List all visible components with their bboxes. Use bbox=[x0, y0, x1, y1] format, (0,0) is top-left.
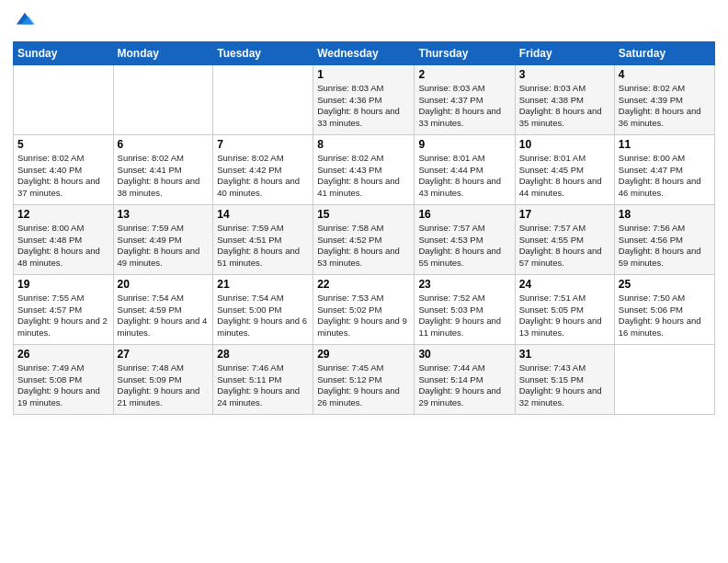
day-info: Sunrise: 7:57 AM Sunset: 4:55 PM Dayligh… bbox=[519, 223, 610, 270]
day-info: Sunrise: 7:54 AM Sunset: 4:59 PM Dayligh… bbox=[118, 293, 210, 339]
day-cell: 26Sunrise: 7:49 AM Sunset: 5:08 PM Dayli… bbox=[14, 344, 114, 414]
weekday-wednesday: Wednesday bbox=[313, 41, 415, 64]
day-info: Sunrise: 8:01 AM Sunset: 4:44 PM Dayligh… bbox=[418, 153, 510, 200]
day-cell: 25Sunrise: 7:50 AM Sunset: 5:06 PM Dayli… bbox=[614, 274, 714, 344]
day-info: Sunrise: 8:00 AM Sunset: 4:47 PM Dayligh… bbox=[619, 153, 711, 200]
day-number: 16 bbox=[418, 208, 510, 221]
calendar-header: SundayMondayTuesdayWednesdayThursdayFrid… bbox=[14, 41, 715, 64]
day-info: Sunrise: 7:55 AM Sunset: 4:57 PM Dayligh… bbox=[17, 293, 109, 339]
day-number: 21 bbox=[217, 278, 309, 291]
day-info: Sunrise: 7:46 AM Sunset: 5:11 PM Dayligh… bbox=[217, 362, 309, 409]
weekday-header-row: SundayMondayTuesdayWednesdayThursdayFrid… bbox=[14, 41, 715, 64]
day-info: Sunrise: 7:43 AM Sunset: 5:15 PM Dayligh… bbox=[519, 362, 610, 409]
day-number: 22 bbox=[317, 278, 410, 291]
day-number: 13 bbox=[118, 208, 210, 221]
day-cell: 30Sunrise: 7:44 AM Sunset: 5:14 PM Dayli… bbox=[415, 344, 515, 414]
day-info: Sunrise: 7:53 AM Sunset: 5:02 PM Dayligh… bbox=[317, 293, 410, 339]
day-cell: 29Sunrise: 7:45 AM Sunset: 5:12 PM Dayli… bbox=[313, 344, 415, 414]
day-number: 25 bbox=[619, 278, 711, 291]
day-cell: 1Sunrise: 8:03 AM Sunset: 4:36 PM Daylig… bbox=[313, 64, 415, 134]
day-number: 31 bbox=[519, 348, 610, 361]
day-number: 17 bbox=[519, 208, 610, 221]
day-info: Sunrise: 7:58 AM Sunset: 4:52 PM Dayligh… bbox=[317, 223, 410, 270]
day-number: 18 bbox=[619, 208, 711, 221]
day-number: 6 bbox=[118, 138, 210, 151]
day-info: Sunrise: 7:49 AM Sunset: 5:08 PM Dayligh… bbox=[17, 362, 109, 409]
day-cell: 27Sunrise: 7:48 AM Sunset: 5:09 PM Dayli… bbox=[113, 344, 213, 414]
day-number: 9 bbox=[418, 138, 510, 151]
day-cell: 28Sunrise: 7:46 AM Sunset: 5:11 PM Dayli… bbox=[213, 344, 313, 414]
day-info: Sunrise: 7:48 AM Sunset: 5:09 PM Dayligh… bbox=[118, 362, 210, 409]
day-number: 24 bbox=[519, 278, 610, 291]
weekday-thursday: Thursday bbox=[415, 41, 515, 64]
weekday-tuesday: Tuesday bbox=[213, 41, 313, 64]
day-cell: 24Sunrise: 7:51 AM Sunset: 5:05 PM Dayli… bbox=[515, 274, 614, 344]
day-info: Sunrise: 8:01 AM Sunset: 4:45 PM Dayligh… bbox=[519, 153, 610, 200]
day-number: 3 bbox=[519, 68, 610, 81]
day-info: Sunrise: 7:45 AM Sunset: 5:12 PM Dayligh… bbox=[317, 362, 410, 409]
day-cell: 8Sunrise: 8:02 AM Sunset: 4:43 PM Daylig… bbox=[313, 134, 415, 204]
day-info: Sunrise: 8:02 AM Sunset: 4:40 PM Dayligh… bbox=[17, 153, 109, 200]
day-number: 26 bbox=[17, 348, 109, 361]
day-info: Sunrise: 7:44 AM Sunset: 5:14 PM Dayligh… bbox=[418, 362, 510, 409]
day-info: Sunrise: 7:59 AM Sunset: 4:49 PM Dayligh… bbox=[118, 223, 210, 270]
day-info: Sunrise: 8:02 AM Sunset: 4:41 PM Dayligh… bbox=[118, 153, 210, 200]
day-info: Sunrise: 8:03 AM Sunset: 4:38 PM Dayligh… bbox=[519, 83, 610, 130]
day-info: Sunrise: 7:56 AM Sunset: 4:56 PM Dayligh… bbox=[619, 223, 711, 270]
logo bbox=[13, 9, 35, 34]
week-row-1: 1Sunrise: 8:03 AM Sunset: 4:36 PM Daylig… bbox=[14, 64, 715, 134]
day-cell: 15Sunrise: 7:58 AM Sunset: 4:52 PM Dayli… bbox=[313, 204, 415, 274]
day-number: 20 bbox=[118, 278, 210, 291]
calendar-body: 1Sunrise: 8:03 AM Sunset: 4:36 PM Daylig… bbox=[14, 64, 715, 414]
day-info: Sunrise: 8:03 AM Sunset: 4:36 PM Dayligh… bbox=[317, 83, 410, 130]
day-info: Sunrise: 7:59 AM Sunset: 4:51 PM Dayligh… bbox=[217, 223, 309, 270]
week-row-2: 5Sunrise: 8:02 AM Sunset: 4:40 PM Daylig… bbox=[14, 134, 715, 204]
day-number: 8 bbox=[317, 138, 410, 151]
calendar-table: SundayMondayTuesdayWednesdayThursdayFrid… bbox=[13, 41, 715, 415]
day-number: 12 bbox=[17, 208, 109, 221]
day-cell: 3Sunrise: 8:03 AM Sunset: 4:38 PM Daylig… bbox=[515, 64, 614, 134]
day-cell bbox=[614, 344, 714, 414]
day-cell: 13Sunrise: 7:59 AM Sunset: 4:49 PM Dayli… bbox=[113, 204, 213, 274]
day-number: 15 bbox=[317, 208, 410, 221]
day-cell: 19Sunrise: 7:55 AM Sunset: 4:57 PM Dayli… bbox=[14, 274, 114, 344]
day-cell: 18Sunrise: 7:56 AM Sunset: 4:56 PM Dayli… bbox=[614, 204, 714, 274]
day-cell: 11Sunrise: 8:00 AM Sunset: 4:47 PM Dayli… bbox=[614, 134, 714, 204]
day-number: 7 bbox=[217, 138, 309, 151]
day-cell: 2Sunrise: 8:03 AM Sunset: 4:37 PM Daylig… bbox=[415, 64, 515, 134]
day-number: 30 bbox=[418, 348, 510, 361]
header bbox=[13, 9, 715, 34]
weekday-sunday: Sunday bbox=[14, 41, 114, 64]
day-cell: 16Sunrise: 7:57 AM Sunset: 4:53 PM Dayli… bbox=[415, 204, 515, 274]
day-cell: 14Sunrise: 7:59 AM Sunset: 4:51 PM Dayli… bbox=[213, 204, 313, 274]
day-cell: 10Sunrise: 8:01 AM Sunset: 4:45 PM Dayli… bbox=[515, 134, 614, 204]
week-row-3: 12Sunrise: 8:00 AM Sunset: 4:48 PM Dayli… bbox=[14, 204, 715, 274]
day-number: 27 bbox=[118, 348, 210, 361]
weekday-saturday: Saturday bbox=[614, 41, 714, 64]
day-cell: 12Sunrise: 8:00 AM Sunset: 4:48 PM Dayli… bbox=[14, 204, 114, 274]
day-number: 14 bbox=[217, 208, 309, 221]
page: SundayMondayTuesdayWednesdayThursdayFrid… bbox=[0, 0, 728, 563]
day-info: Sunrise: 8:02 AM Sunset: 4:39 PM Dayligh… bbox=[619, 83, 711, 130]
day-info: Sunrise: 7:57 AM Sunset: 4:53 PM Dayligh… bbox=[418, 223, 510, 270]
day-cell bbox=[213, 64, 313, 134]
day-cell: 31Sunrise: 7:43 AM Sunset: 5:15 PM Dayli… bbox=[515, 344, 614, 414]
day-info: Sunrise: 8:00 AM Sunset: 4:48 PM Dayligh… bbox=[17, 223, 109, 270]
day-number: 23 bbox=[418, 278, 510, 291]
day-number: 5 bbox=[17, 138, 109, 151]
day-number: 2 bbox=[418, 68, 510, 81]
day-number: 19 bbox=[17, 278, 109, 291]
week-row-5: 26Sunrise: 7:49 AM Sunset: 5:08 PM Dayli… bbox=[14, 344, 715, 414]
day-number: 10 bbox=[519, 138, 610, 151]
day-cell: 6Sunrise: 8:02 AM Sunset: 4:41 PM Daylig… bbox=[113, 134, 213, 204]
day-cell: 7Sunrise: 8:02 AM Sunset: 4:42 PM Daylig… bbox=[213, 134, 313, 204]
week-row-4: 19Sunrise: 7:55 AM Sunset: 4:57 PM Dayli… bbox=[14, 274, 715, 344]
day-info: Sunrise: 7:54 AM Sunset: 5:00 PM Dayligh… bbox=[217, 293, 309, 339]
day-cell: 21Sunrise: 7:54 AM Sunset: 5:00 PM Dayli… bbox=[213, 274, 313, 344]
day-cell: 20Sunrise: 7:54 AM Sunset: 4:59 PM Dayli… bbox=[113, 274, 213, 344]
day-number: 29 bbox=[317, 348, 410, 361]
day-cell: 22Sunrise: 7:53 AM Sunset: 5:02 PM Dayli… bbox=[313, 274, 415, 344]
day-cell bbox=[113, 64, 213, 134]
day-cell: 5Sunrise: 8:02 AM Sunset: 4:40 PM Daylig… bbox=[14, 134, 114, 204]
day-number: 28 bbox=[217, 348, 309, 361]
